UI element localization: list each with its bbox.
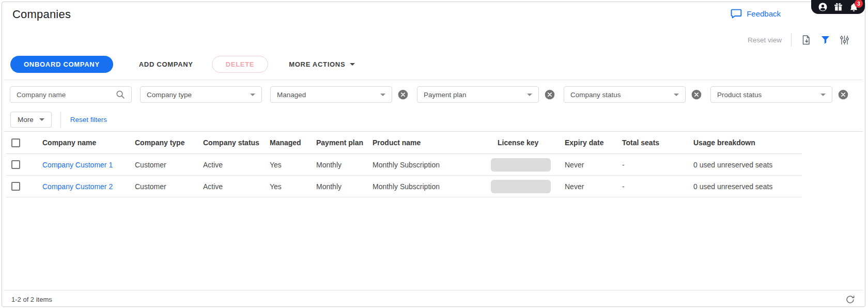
column-settings-icon[interactable]	[840, 35, 849, 45]
companies-table: Company name Company type Company status…	[4, 131, 863, 197]
more-actions-button[interactable]: MORE ACTIONS	[289, 60, 355, 68]
chevron-down-icon	[527, 94, 532, 96]
secondary-filter-row: More Reset filters	[10, 112, 107, 128]
column-header-managed[interactable]: Managed	[270, 132, 301, 153]
company-name-search[interactable]	[10, 86, 132, 103]
company-status-dropdown[interactable]: Company status	[564, 86, 686, 103]
column-header-payment-plan[interactable]: Payment plan	[316, 132, 363, 153]
payment-plan-value: Monthly	[316, 176, 342, 197]
chevron-down-icon	[250, 94, 255, 96]
clear-filter-icon[interactable]	[691, 89, 702, 100]
onboard-company-button[interactable]: ONBOARD COMPANY	[10, 56, 113, 73]
filter-bar: Company type Managed Payment plan	[10, 86, 849, 103]
reset-filters-link[interactable]: Reset filters	[70, 116, 107, 124]
payment-plan-dropdown-label: Payment plan	[424, 91, 467, 99]
filter-funnel-icon[interactable]	[820, 35, 830, 45]
chevron-down-icon	[380, 94, 385, 96]
company-type-value: Customer	[135, 154, 166, 175]
payment-plan-value: Monthly	[316, 154, 342, 175]
column-header-company-type[interactable]: Company type	[135, 132, 184, 153]
refresh-icon[interactable]	[845, 295, 855, 304]
delete-button[interactable]: DELETE	[212, 56, 268, 73]
view-toolbar: Reset view	[748, 34, 849, 45]
column-header-total-seats[interactable]: Total seats	[622, 132, 659, 153]
company-type-dropdown[interactable]: Company type	[140, 86, 262, 103]
reset-view-button[interactable]: Reset view	[748, 36, 782, 44]
page-frame: Companies Feedback Reset view ONBOARD CO…	[2, 2, 865, 307]
clear-filter-icon[interactable]	[397, 89, 409, 100]
managed-value: Yes	[270, 154, 282, 175]
total-seats-value: -	[622, 176, 625, 197]
license-key-redacted	[491, 180, 551, 193]
table-row: Company Customer 1 Customer Active Yes M…	[6, 154, 802, 176]
usage-breakdown-value: 0 used unreserved seats	[693, 176, 772, 197]
feedback-label: Feedback	[747, 9, 781, 18]
table-row: Company Customer 2 Customer Active Yes M…	[6, 176, 802, 197]
managed-value: Yes	[270, 176, 282, 197]
feedback-chat-icon	[731, 9, 742, 19]
product-status-dropdown-label: Product status	[717, 91, 762, 99]
column-header-product-name[interactable]: Product name	[373, 132, 421, 153]
toolbar-divider	[791, 33, 792, 47]
product-status-dropdown[interactable]: Product status	[710, 86, 832, 103]
column-header-usage-breakdown[interactable]: Usage breakdown	[693, 132, 755, 153]
company-status-value: Active	[203, 154, 223, 175]
action-button-row: ONBOARD COMPANY ADD COMPANY DELETE MORE …	[10, 56, 355, 73]
clear-filter-icon[interactable]	[838, 89, 849, 100]
company-link[interactable]: Company Customer 1	[42, 161, 113, 169]
row-checkbox[interactable]	[11, 160, 20, 169]
search-input[interactable]	[17, 91, 115, 99]
more-filters-label: More	[18, 116, 34, 124]
expiry-date-value: Never	[565, 154, 584, 175]
company-status-dropdown-label: Company status	[570, 91, 621, 99]
select-all-checkbox[interactable]	[11, 138, 20, 147]
license-key-redacted	[491, 158, 551, 172]
feedback-button[interactable]: Feedback	[731, 9, 781, 19]
managed-dropdown-label: Managed	[277, 91, 306, 99]
chevron-down-icon	[820, 94, 826, 96]
company-type-value: Customer	[135, 176, 166, 197]
company-link[interactable]: Company Customer 2	[42, 182, 113, 191]
column-header-license-key[interactable]: License key	[498, 132, 538, 153]
section-divider	[4, 80, 863, 80]
managed-dropdown[interactable]: Managed	[270, 86, 392, 103]
account-icon[interactable]	[818, 3, 827, 11]
add-company-button[interactable]: ADD COMPANY	[139, 60, 193, 68]
row-checkbox[interactable]	[11, 182, 20, 191]
more-filters-button[interactable]: More	[10, 112, 52, 128]
column-header-expiry-date[interactable]: Expiry date	[565, 132, 603, 153]
column-header-company-name[interactable]: Company name	[42, 132, 96, 153]
clear-filter-icon[interactable]	[544, 89, 555, 100]
search-icon	[116, 90, 125, 99]
account-toolbar: 3	[811, 0, 865, 14]
product-name-value: Monthly Subscription	[373, 176, 440, 197]
usage-breakdown-value: 0 used unreserved seats	[693, 154, 772, 175]
items-count: 1-2 of 2 items	[11, 296, 52, 303]
gift-icon[interactable]	[834, 3, 843, 11]
notification-count-badge: 3	[855, 0, 863, 8]
product-name-value: Monthly Subscription	[373, 154, 440, 175]
page-title: Companies	[12, 7, 71, 22]
chevron-down-icon	[674, 94, 679, 96]
company-type-dropdown-label: Company type	[147, 91, 192, 99]
chevron-down-icon	[39, 118, 44, 121]
total-seats-value: -	[622, 154, 625, 175]
export-file-icon[interactable]	[801, 35, 811, 45]
more-actions-label: MORE ACTIONS	[289, 60, 345, 68]
column-header-company-status[interactable]: Company status	[203, 132, 259, 153]
payment-plan-dropdown[interactable]: Payment plan	[417, 86, 539, 103]
chevron-down-icon	[350, 63, 355, 66]
pagination-bar: 1-2 of 2 items	[4, 290, 863, 308]
company-status-value: Active	[203, 176, 223, 197]
table-header-row: Company name Company type Company status…	[6, 132, 802, 154]
filter-divider	[60, 112, 61, 128]
expiry-date-value: Never	[565, 176, 584, 197]
